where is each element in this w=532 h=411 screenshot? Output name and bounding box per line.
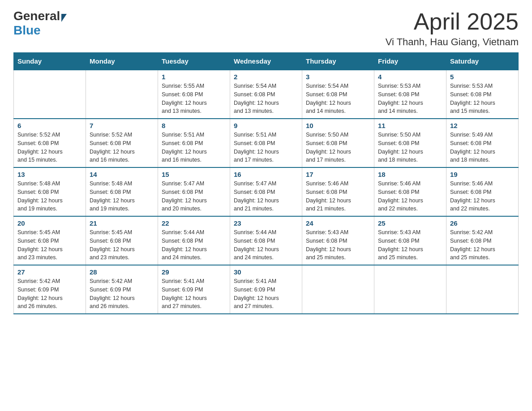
calendar-day-9: 9Sunrise: 5:51 AM Sunset: 6:08 PM Daylig… <box>230 119 302 167</box>
empty-cell <box>374 265 446 314</box>
calendar-day-27: 27Sunrise: 5:42 AM Sunset: 6:09 PM Dayli… <box>14 265 86 314</box>
calendar-day-5: 5Sunrise: 5:53 AM Sunset: 6:08 PM Daylig… <box>446 70 519 119</box>
day-number: 20 <box>17 219 82 227</box>
empty-cell <box>302 265 374 314</box>
calendar-day-17: 17Sunrise: 5:46 AM Sunset: 6:08 PM Dayli… <box>302 167 374 216</box>
calendar-day-29: 29Sunrise: 5:41 AM Sunset: 6:09 PM Dayli… <box>158 265 230 314</box>
calendar-day-2: 2Sunrise: 5:54 AM Sunset: 6:08 PM Daylig… <box>230 70 302 119</box>
day-number: 10 <box>306 122 370 129</box>
weekday-header-wednesday: Wednesday <box>230 53 302 70</box>
day-info: Sunrise: 5:44 AM Sunset: 6:08 PM Dayligh… <box>162 228 226 262</box>
calendar-day-24: 24Sunrise: 5:43 AM Sunset: 6:08 PM Dayli… <box>302 216 374 265</box>
day-info: Sunrise: 5:55 AM Sunset: 6:08 PM Dayligh… <box>162 82 226 116</box>
day-info: Sunrise: 5:42 AM Sunset: 6:09 PM Dayligh… <box>17 277 82 311</box>
day-number: 1 <box>162 73 226 81</box>
title-section: April 2025 Vi Thanh, Hau Giang, Vietnam <box>386 9 519 48</box>
page-header: General Blue April 2025 Vi Thanh, Hau Gi… <box>13 9 519 48</box>
day-number: 4 <box>378 73 442 81</box>
day-number: 22 <box>162 219 226 227</box>
calendar-day-13: 13Sunrise: 5:48 AM Sunset: 6:08 PM Dayli… <box>14 167 86 216</box>
calendar-day-23: 23Sunrise: 5:44 AM Sunset: 6:08 PM Dayli… <box>230 216 302 265</box>
day-info: Sunrise: 5:45 AM Sunset: 6:08 PM Dayligh… <box>90 228 154 262</box>
calendar-day-3: 3Sunrise: 5:54 AM Sunset: 6:08 PM Daylig… <box>302 70 374 119</box>
day-info: Sunrise: 5:45 AM Sunset: 6:08 PM Dayligh… <box>17 228 82 262</box>
day-info: Sunrise: 5:52 AM Sunset: 6:08 PM Dayligh… <box>90 131 154 164</box>
day-number: 8 <box>162 122 226 129</box>
day-number: 6 <box>17 122 82 129</box>
day-number: 3 <box>306 73 370 81</box>
day-number: 17 <box>306 171 370 178</box>
calendar-day-1: 1Sunrise: 5:55 AM Sunset: 6:08 PM Daylig… <box>158 70 230 119</box>
weekday-header-friday: Friday <box>374 53 446 70</box>
calendar-week-row: 20Sunrise: 5:45 AM Sunset: 6:08 PM Dayli… <box>14 216 519 265</box>
day-number: 30 <box>234 268 298 276</box>
calendar-day-4: 4Sunrise: 5:53 AM Sunset: 6:08 PM Daylig… <box>374 70 446 119</box>
day-info: Sunrise: 5:44 AM Sunset: 6:08 PM Dayligh… <box>234 228 298 262</box>
calendar-day-19: 19Sunrise: 5:46 AM Sunset: 6:08 PM Dayli… <box>446 167 519 216</box>
day-info: Sunrise: 5:54 AM Sunset: 6:08 PM Dayligh… <box>306 82 370 116</box>
day-number: 12 <box>450 122 515 129</box>
day-number: 19 <box>450 171 515 178</box>
empty-cell <box>446 265 519 314</box>
calendar-week-row: 1Sunrise: 5:55 AM Sunset: 6:08 PM Daylig… <box>14 70 519 119</box>
day-number: 27 <box>17 268 82 276</box>
weekday-header-tuesday: Tuesday <box>158 53 230 70</box>
subtitle: Vi Thanh, Hau Giang, Vietnam <box>386 36 519 48</box>
day-number: 13 <box>17 171 82 178</box>
calendar-day-14: 14Sunrise: 5:48 AM Sunset: 6:08 PM Dayli… <box>86 167 158 216</box>
empty-cell <box>14 70 86 119</box>
day-info: Sunrise: 5:49 AM Sunset: 6:08 PM Dayligh… <box>450 131 515 164</box>
day-number: 18 <box>378 171 442 178</box>
calendar-day-10: 10Sunrise: 5:50 AM Sunset: 6:08 PM Dayli… <box>302 119 374 167</box>
calendar-day-15: 15Sunrise: 5:47 AM Sunset: 6:08 PM Dayli… <box>158 167 230 216</box>
day-info: Sunrise: 5:46 AM Sunset: 6:08 PM Dayligh… <box>450 180 515 213</box>
day-info: Sunrise: 5:43 AM Sunset: 6:08 PM Dayligh… <box>378 228 442 262</box>
day-info: Sunrise: 5:48 AM Sunset: 6:08 PM Dayligh… <box>90 180 154 213</box>
logo-chevron-icon <box>61 14 67 22</box>
calendar-day-20: 20Sunrise: 5:45 AM Sunset: 6:08 PM Dayli… <box>14 216 86 265</box>
calendar-header-row: SundayMondayTuesdayWednesdayThursdayFrid… <box>14 53 519 70</box>
calendar-day-6: 6Sunrise: 5:52 AM Sunset: 6:08 PM Daylig… <box>14 119 86 167</box>
day-number: 2 <box>234 73 298 81</box>
day-number: 26 <box>450 219 515 227</box>
day-number: 28 <box>90 268 154 276</box>
weekday-header-monday: Monday <box>86 53 158 70</box>
day-info: Sunrise: 5:43 AM Sunset: 6:08 PM Dayligh… <box>306 228 370 262</box>
calendar-day-28: 28Sunrise: 5:42 AM Sunset: 6:09 PM Dayli… <box>86 265 158 314</box>
day-info: Sunrise: 5:41 AM Sunset: 6:09 PM Dayligh… <box>162 277 226 311</box>
calendar-day-18: 18Sunrise: 5:46 AM Sunset: 6:08 PM Dayli… <box>374 167 446 216</box>
day-number: 23 <box>234 219 298 227</box>
day-number: 7 <box>90 122 154 129</box>
day-number: 24 <box>306 219 370 227</box>
day-number: 29 <box>162 268 226 276</box>
calendar-day-21: 21Sunrise: 5:45 AM Sunset: 6:08 PM Dayli… <box>86 216 158 265</box>
calendar-day-7: 7Sunrise: 5:52 AM Sunset: 6:08 PM Daylig… <box>86 119 158 167</box>
logo: General Blue <box>13 9 67 38</box>
day-info: Sunrise: 5:51 AM Sunset: 6:08 PM Dayligh… <box>234 131 298 164</box>
main-title: April 2025 <box>386 9 519 34</box>
calendar-day-30: 30Sunrise: 5:41 AM Sunset: 6:09 PM Dayli… <box>230 265 302 314</box>
day-number: 5 <box>450 73 515 81</box>
day-number: 9 <box>234 122 298 129</box>
calendar-day-22: 22Sunrise: 5:44 AM Sunset: 6:08 PM Dayli… <box>158 216 230 265</box>
logo-general-text: General <box>13 9 60 23</box>
calendar-day-25: 25Sunrise: 5:43 AM Sunset: 6:08 PM Dayli… <box>374 216 446 265</box>
weekday-header-saturday: Saturday <box>446 53 519 70</box>
day-number: 21 <box>90 219 154 227</box>
day-info: Sunrise: 5:46 AM Sunset: 6:08 PM Dayligh… <box>306 180 370 213</box>
day-info: Sunrise: 5:46 AM Sunset: 6:08 PM Dayligh… <box>378 180 442 213</box>
day-info: Sunrise: 5:50 AM Sunset: 6:08 PM Dayligh… <box>378 131 442 164</box>
day-info: Sunrise: 5:47 AM Sunset: 6:08 PM Dayligh… <box>162 180 226 213</box>
calendar-week-row: 27Sunrise: 5:42 AM Sunset: 6:09 PM Dayli… <box>14 265 519 314</box>
day-number: 11 <box>378 122 442 129</box>
calendar-day-8: 8Sunrise: 5:51 AM Sunset: 6:08 PM Daylig… <box>158 119 230 167</box>
calendar-day-16: 16Sunrise: 5:47 AM Sunset: 6:08 PM Dayli… <box>230 167 302 216</box>
day-info: Sunrise: 5:52 AM Sunset: 6:08 PM Dayligh… <box>17 131 82 164</box>
day-info: Sunrise: 5:42 AM Sunset: 6:08 PM Dayligh… <box>450 228 515 262</box>
day-info: Sunrise: 5:54 AM Sunset: 6:08 PM Dayligh… <box>234 82 298 116</box>
day-info: Sunrise: 5:41 AM Sunset: 6:09 PM Dayligh… <box>234 277 298 311</box>
calendar-day-26: 26Sunrise: 5:42 AM Sunset: 6:08 PM Dayli… <box>446 216 519 265</box>
day-info: Sunrise: 5:47 AM Sunset: 6:08 PM Dayligh… <box>234 180 298 213</box>
day-number: 14 <box>90 171 154 178</box>
empty-cell <box>86 70 158 119</box>
